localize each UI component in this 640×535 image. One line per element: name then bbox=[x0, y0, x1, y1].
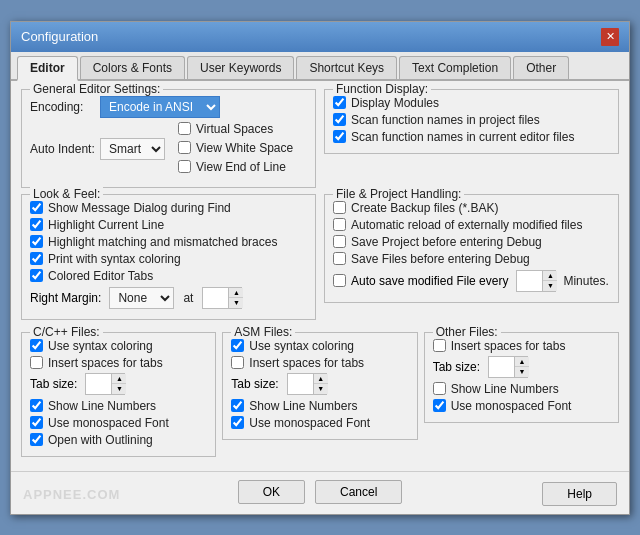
cpp-tab-input[interactable]: 2 bbox=[86, 376, 111, 392]
tab-colors-fonts[interactable]: Colors & Fonts bbox=[80, 56, 185, 79]
view-end-of-line-checkbox[interactable] bbox=[178, 160, 191, 173]
create-backup-label: Create Backup files (*.BAK) bbox=[351, 201, 498, 215]
asm-tab-input[interactable]: 4 bbox=[288, 376, 313, 392]
margin-input[interactable]: 80 bbox=[203, 290, 228, 306]
colored-editor-tabs-checkbox[interactable] bbox=[30, 269, 43, 282]
asm-insert-spaces-checkbox[interactable] bbox=[231, 356, 244, 369]
asm-tab-up[interactable]: ▲ bbox=[314, 374, 328, 384]
cpp-open-outlining-label: Open with Outlining bbox=[48, 433, 153, 447]
other-insert-spaces-checkbox[interactable] bbox=[433, 339, 446, 352]
cpp-insert-spaces-row: Insert spaces for tabs bbox=[30, 356, 207, 370]
other-tab-down[interactable]: ▼ bbox=[515, 367, 529, 377]
auto-save-input[interactable]: 5 bbox=[517, 273, 542, 289]
asm-use-syntax-checkbox[interactable] bbox=[231, 339, 244, 352]
other-tab-input[interactable]: 4 bbox=[489, 359, 514, 375]
tab-user-keywords[interactable]: User Keywords bbox=[187, 56, 294, 79]
other-tab-size-label: Tab size: bbox=[433, 360, 480, 374]
virtual-spaces-checkbox[interactable] bbox=[178, 122, 191, 135]
tab-other[interactable]: Other bbox=[513, 56, 569, 79]
middle-row: Look & Feel: Show Message Dialog during … bbox=[21, 194, 619, 326]
cpp-show-line-numbers-label: Show Line Numbers bbox=[48, 399, 156, 413]
tab-text-completion[interactable]: Text Completion bbox=[399, 56, 511, 79]
other-show-line-numbers-row: Show Line Numbers bbox=[433, 382, 610, 396]
cpp-open-outlining-checkbox[interactable] bbox=[30, 433, 43, 446]
print-syntax-checkbox[interactable] bbox=[30, 252, 43, 265]
right-margin-label: Right Margin: bbox=[30, 291, 101, 305]
margin-up-arrow[interactable]: ▲ bbox=[229, 288, 243, 298]
other-use-monospaced-checkbox[interactable] bbox=[433, 399, 446, 412]
auto-save-down-arrow[interactable]: ▼ bbox=[543, 281, 557, 291]
cpp-tab-size-row: Tab size: 2 ▲ ▼ bbox=[30, 373, 207, 395]
cpp-insert-spaces-label: Insert spaces for tabs bbox=[48, 356, 163, 370]
encoding-dropdown[interactable]: Encode in ANSI bbox=[100, 96, 220, 118]
cpp-show-line-numbers-checkbox[interactable] bbox=[30, 399, 43, 412]
asm-use-monospaced-checkbox[interactable] bbox=[231, 416, 244, 429]
other-tab-spinbox: 4 ▲ ▼ bbox=[488, 356, 528, 378]
auto-save-checkbox[interactable] bbox=[333, 274, 346, 287]
auto-indent-dropdown[interactable]: Smart bbox=[100, 138, 165, 160]
asm-insert-spaces-row: Insert spaces for tabs bbox=[231, 356, 408, 370]
highlight-current-checkbox[interactable] bbox=[30, 218, 43, 231]
view-end-of-line-row: View End of Line bbox=[178, 160, 293, 174]
auto-reload-checkbox[interactable] bbox=[333, 218, 346, 231]
other-tab-size-row: Tab size: 4 ▲ ▼ bbox=[433, 356, 610, 378]
other-use-monospaced-label: Use monospaced Font bbox=[451, 399, 572, 413]
create-backup-checkbox[interactable] bbox=[333, 201, 346, 214]
asm-show-line-numbers-row: Show Line Numbers bbox=[231, 399, 408, 413]
cpp-files-col: C/C++ Files: Use syntax coloring Insert … bbox=[21, 332, 216, 463]
auto-reload-row: Automatic reload of externally modified … bbox=[333, 218, 610, 232]
other-files-label: Other Files: bbox=[433, 325, 501, 339]
watermark: APPNEE.COM bbox=[23, 487, 120, 502]
save-project-row: Save Project before entering Debug bbox=[333, 235, 610, 249]
view-white-space-row: View White Space bbox=[178, 141, 293, 155]
show-message-label: Show Message Dialog during Find bbox=[48, 201, 231, 215]
cancel-button[interactable]: Cancel bbox=[315, 480, 402, 504]
asm-tab-size-label: Tab size: bbox=[231, 377, 278, 391]
minutes-label: Minutes. bbox=[563, 274, 608, 288]
view-white-space-checkbox[interactable] bbox=[178, 141, 191, 154]
auto-save-label: Auto save modified File every bbox=[351, 274, 508, 288]
encoding-row: Encoding: Encode in ANSI bbox=[30, 96, 307, 118]
highlight-current-label: Highlight Current Line bbox=[48, 218, 164, 232]
scan-project-checkbox[interactable] bbox=[333, 113, 346, 126]
asm-tab-down[interactable]: ▼ bbox=[314, 384, 328, 394]
margin-spinbox-arrows: ▲ ▼ bbox=[228, 288, 243, 308]
display-modules-checkbox[interactable] bbox=[333, 96, 346, 109]
asm-show-line-numbers-checkbox[interactable] bbox=[231, 399, 244, 412]
save-project-checkbox[interactable] bbox=[333, 235, 346, 248]
cpp-insert-spaces-checkbox[interactable] bbox=[30, 356, 43, 369]
other-show-line-numbers-label: Show Line Numbers bbox=[451, 382, 559, 396]
highlight-matching-checkbox[interactable] bbox=[30, 235, 43, 248]
save-files-checkbox[interactable] bbox=[333, 252, 346, 265]
look-feel-col: Look & Feel: Show Message Dialog during … bbox=[21, 194, 316, 326]
auto-reload-label: Automatic reload of externally modified … bbox=[351, 218, 582, 232]
asm-tab-spinbox: 4 ▲ ▼ bbox=[287, 373, 327, 395]
tab-editor[interactable]: Editor bbox=[17, 56, 78, 81]
other-tab-up[interactable]: ▲ bbox=[515, 357, 529, 367]
show-message-checkbox[interactable] bbox=[30, 201, 43, 214]
right-margin-dropdown[interactable]: None bbox=[109, 287, 174, 309]
cpp-use-syntax-label: Use syntax coloring bbox=[48, 339, 153, 353]
scan-editor-checkbox[interactable] bbox=[333, 130, 346, 143]
highlight-matching-row: Highlight matching and mismatched braces bbox=[30, 235, 307, 249]
cpp-use-syntax-checkbox[interactable] bbox=[30, 339, 43, 352]
ok-button[interactable]: OK bbox=[238, 480, 305, 504]
auto-indent-row: Auto Indent: Smart Virtual Spaces Vi bbox=[30, 122, 307, 177]
tab-bar: Editor Colors & Fonts User Keywords Shor… bbox=[11, 52, 629, 81]
other-show-line-numbers-checkbox[interactable] bbox=[433, 382, 446, 395]
help-button[interactable]: Help bbox=[542, 482, 617, 506]
highlight-current-row: Highlight Current Line bbox=[30, 218, 307, 232]
cpp-use-monospaced-checkbox[interactable] bbox=[30, 416, 43, 429]
asm-files-label: ASM Files: bbox=[231, 325, 295, 339]
cpp-tab-up[interactable]: ▲ bbox=[112, 374, 126, 384]
function-display-label: Function Display: bbox=[333, 82, 431, 96]
top-row: General Editor Settings: Encoding: Encod… bbox=[21, 89, 619, 194]
auto-save-up-arrow[interactable]: ▲ bbox=[543, 271, 557, 281]
margin-down-arrow[interactable]: ▼ bbox=[229, 298, 243, 308]
bottom-row: C/C++ Files: Use syntax coloring Insert … bbox=[21, 332, 619, 463]
tab-shortcut-keys[interactable]: Shortcut Keys bbox=[296, 56, 397, 79]
close-button[interactable]: ✕ bbox=[601, 28, 619, 46]
view-white-space-label: View White Space bbox=[196, 141, 293, 155]
indent-checkboxes: Virtual Spaces View White Space View End… bbox=[178, 122, 293, 177]
cpp-tab-down[interactable]: ▼ bbox=[112, 384, 126, 394]
